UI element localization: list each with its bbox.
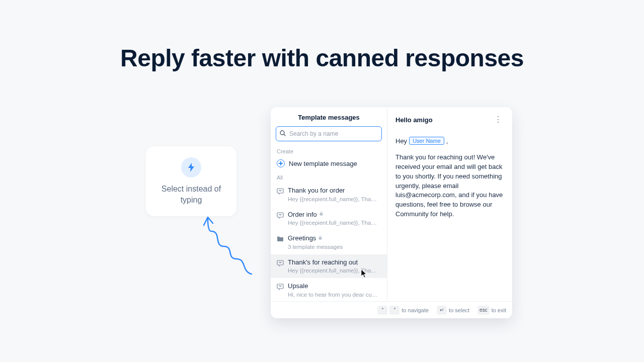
- template-item-subtitle: Hey {{recepient.full_name}}, Thank you f…: [288, 196, 378, 203]
- panel-left-title: Template messages: [271, 107, 387, 126]
- plus-circle-icon: [277, 159, 285, 167]
- callout-text: Select instead of typing: [154, 184, 228, 205]
- panel-footer: ˄ ˅ to navigate ↵ to select esc to exit: [271, 301, 512, 318]
- arrow-down-key-icon: ˅: [389, 306, 399, 315]
- svg-rect-4: [319, 213, 323, 216]
- section-label-all: All: [271, 170, 387, 183]
- footer-navigate-label: to navigate: [401, 307, 429, 313]
- template-item-subtitle: Hi, nice to hear from you dear customer,…: [288, 291, 378, 299]
- more-options-button[interactable]: ⋮: [492, 114, 504, 126]
- section-label-create: Create: [271, 144, 387, 156]
- variable-chip[interactable]: User Name: [409, 137, 444, 145]
- template-item[interactable]: Thank's for reaching outHey {{recepient.…: [271, 254, 387, 279]
- new-template-button[interactable]: New template message: [271, 156, 387, 170]
- enter-key-icon: ↵: [437, 306, 447, 315]
- footer-select-label: to select: [449, 307, 469, 313]
- message-icon: [277, 212, 284, 227]
- footer-exit-label: to exit: [492, 307, 506, 313]
- preview-title: Hello amigo: [395, 116, 433, 124]
- preview-greet-suffix: ,: [446, 137, 448, 145]
- template-item-title: Greetings: [288, 234, 343, 242]
- lock-icon: [319, 211, 324, 217]
- template-item-subtitle: Hey {{recepient.full_name}}, Thank you f…: [288, 219, 378, 227]
- template-item-title: Thank you for order: [288, 187, 378, 195]
- template-item-subtitle: Hey {{recepient.full_name}}, Thank you f…: [288, 267, 378, 275]
- template-item-title: Order info: [288, 211, 378, 219]
- arrow-doodle-icon: [199, 211, 259, 277]
- template-preview-column: Hello amigo ⋮ Hey User Name , Thank you …: [387, 107, 512, 301]
- template-list-column: Template messages Create New template me…: [271, 107, 387, 301]
- arrow-up-key-icon: ˄: [377, 306, 387, 315]
- callout-card: Select instead of typing: [146, 146, 236, 216]
- lightning-icon: [181, 157, 201, 177]
- template-item-title: Thank's for reaching out: [288, 258, 378, 266]
- esc-key-icon: esc: [477, 306, 490, 315]
- lock-icon: [318, 235, 323, 241]
- svg-line-1: [284, 134, 285, 136]
- svg-rect-5: [319, 237, 322, 240]
- preview-greet-prefix: Hey: [395, 137, 407, 145]
- template-item[interactable]: UpsaleHi, nice to hear from you dear cus…: [271, 278, 387, 301]
- template-folder-item[interactable]: Greetings3 template messages: [271, 230, 387, 254]
- search-icon: [280, 129, 286, 138]
- page-headline: Reply faster with canned responses: [0, 44, 644, 72]
- new-template-label: New template message: [289, 160, 357, 167]
- template-item[interactable]: Thank you for orderHey {{recepient.full_…: [271, 183, 387, 207]
- message-icon: [277, 259, 284, 275]
- template-messages-panel: Template messages Create New template me…: [271, 107, 512, 318]
- message-icon: [277, 188, 284, 203]
- template-item-title: Upsale: [288, 282, 378, 290]
- preview-body: Thank you for reaching out! We've receiv…: [395, 153, 504, 219]
- template-item[interactable]: Order infoHey {{recepient.full_name}}, T…: [271, 207, 387, 231]
- search-input[interactable]: [276, 126, 382, 141]
- folder-icon: [277, 235, 284, 251]
- template-item-subtitle: 3 template messages: [288, 243, 343, 251]
- message-icon: [277, 283, 284, 299]
